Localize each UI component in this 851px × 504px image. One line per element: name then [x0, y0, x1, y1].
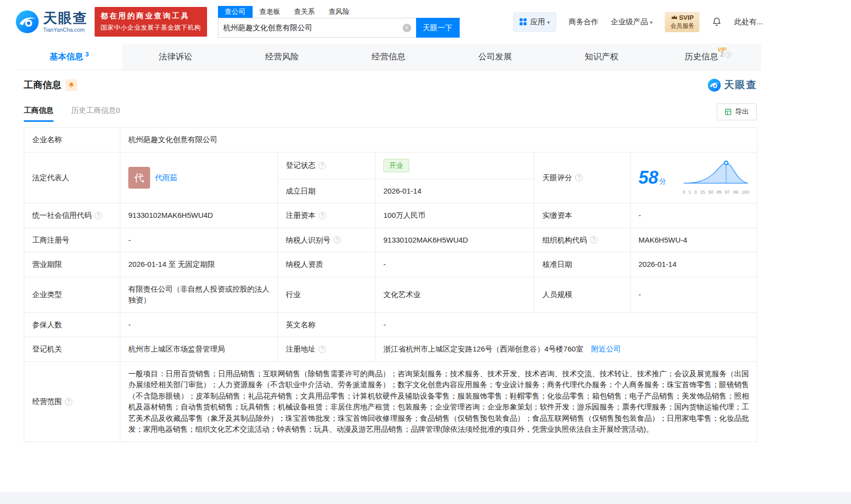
- tab-label: 法律诉讼: [159, 51, 193, 62]
- business-info-table: 企业名称 杭州葩趣文化创意有限公司 法定代表人 代 代雨茹 登记状态 开业 天眼…: [24, 127, 757, 442]
- tab-operating-risk[interactable]: 经营风险: [229, 44, 335, 70]
- user-account-label[interactable]: 此处有...: [734, 17, 763, 27]
- legal-rep-avatar[interactable]: 代: [128, 167, 150, 189]
- help-icon[interactable]: [319, 212, 326, 219]
- tab-label: 经营信息: [372, 51, 406, 62]
- help-icon[interactable]: [95, 212, 102, 219]
- company-page-tabs: 基本信息 3 法律诉讼 经营风险 经营信息 公司发展 知识产权 VIP 历史信息…: [16, 44, 761, 70]
- watermark-logo: 天眼查: [708, 78, 757, 92]
- help-icon[interactable]: [333, 236, 341, 244]
- watermark-logo-icon: [708, 79, 721, 92]
- taxpayer-no-label: 纳税人识别号: [278, 228, 375, 252]
- chart-tick: 100: [742, 189, 749, 196]
- legal-rep-link[interactable]: 代雨茹: [155, 172, 177, 184]
- staff-size-value: -: [631, 277, 757, 312]
- tab-label: 历史信息: [685, 51, 718, 62]
- help-icon[interactable]: [575, 174, 583, 181]
- tab-label: 经营风险: [266, 51, 299, 62]
- tab-history-info[interactable]: VIP 历史信息 2: [655, 44, 761, 70]
- search-tab-boss[interactable]: 查老板: [253, 6, 287, 18]
- tab-label: 公司发展: [479, 51, 512, 62]
- brand-slogan-banner: 都在用的商业查询工具 国家中小企业发展子基金旗下机构: [95, 7, 207, 37]
- subtab-business-info[interactable]: 工商信息: [24, 106, 53, 122]
- svip-member-button[interactable]: SVIP 会员服务: [665, 12, 699, 32]
- clear-icon[interactable]: [403, 24, 411, 32]
- tab-operating-info[interactable]: 经营信息: [335, 44, 442, 70]
- help-icon[interactable]: [319, 162, 326, 169]
- tianyancha-logo[interactable]: 天眼查 TianYanCha.com: [16, 10, 88, 33]
- search-tab-relation[interactable]: 查关系: [287, 6, 322, 18]
- tab-count: 3: [85, 50, 89, 58]
- search-input[interactable]: [223, 24, 403, 32]
- reg-address-value: 浙江省杭州市上城区定安路126号（西湖创意谷）4号楼760室: [383, 345, 583, 353]
- subtab-history-business-info[interactable]: 历史工商信息0: [71, 106, 120, 122]
- help-icon[interactable]: [65, 398, 72, 405]
- subtabs-row: 工商信息 历史工商信息0 导出: [24, 103, 757, 124]
- company-type-value: 有限责任公司（非自然人投资或控股的法人独资）: [120, 277, 278, 312]
- tab-company-development[interactable]: 公司发展: [442, 44, 548, 70]
- reg-status-value: 开业: [375, 152, 534, 179]
- table-row: 法定代表人 代 代雨茹 登记状态 开业 天眼评分 58 分: [24, 152, 757, 179]
- section-title: 工商信息: [24, 79, 61, 92]
- help-icon[interactable]: [319, 346, 326, 353]
- industry-value: 文化艺术业: [375, 277, 534, 312]
- label-text: 天眼评分: [542, 172, 572, 184]
- crown-icon: [671, 15, 678, 20]
- tab-label: 基本信息: [50, 51, 83, 62]
- business-cooperation-link[interactable]: 商务合作: [569, 17, 598, 27]
- table-row: 营业期限 2026-01-14 至 无固定期限 纳税人资质 - 核准日期 202…: [24, 252, 757, 277]
- search-tab-risk[interactable]: 查风险: [322, 6, 357, 18]
- industry-label: 行业: [278, 277, 375, 312]
- chart-tick: 0: [683, 189, 685, 196]
- reg-capital-label: 注册资本: [278, 203, 375, 228]
- english-name-value: -: [375, 312, 757, 337]
- chart-tick: 99: [733, 189, 738, 196]
- enterprise-products-link[interactable]: 企业级产品: [611, 17, 653, 27]
- tianyancha-logo-icon: [16, 10, 39, 33]
- table-row: 工商注册号 - 纳税人识别号 91330102MAK6H5WU4D 组织机构代码…: [24, 228, 757, 252]
- label-text: 注册地址: [286, 344, 316, 355]
- reg-status-label: 登记状态: [278, 152, 375, 179]
- section-header: 工商信息 天眼查: [24, 78, 757, 92]
- taxpayer-quality-label: 纳税人资质: [278, 252, 375, 277]
- status-badge: 开业: [383, 159, 409, 172]
- table-row: 经营范围 一般项目：日用百货销售；日用品销售；互联网销售（除销售需要许可的商品）…: [24, 361, 757, 442]
- subscribe-bell-icon[interactable]: [65, 79, 77, 91]
- chart-tick-labels: 0 1 3 15 50 85 97 99 100: [683, 189, 749, 196]
- search-button[interactable]: 天眼一下: [416, 18, 460, 38]
- search-tab-company[interactable]: 查公司: [218, 6, 253, 18]
- tab-intellectual-property[interactable]: 知识产权: [548, 44, 655, 70]
- taxpayer-no-value: 91330102MAK6H5WU4D: [375, 228, 534, 252]
- notification-bell-icon[interactable]: [712, 17, 722, 27]
- score-value: 58: [638, 169, 658, 187]
- brand-domain: TianYanCha.com: [43, 27, 88, 33]
- insured-count-value: -: [120, 312, 278, 337]
- org-code-value: MAK6H5WU-4: [631, 228, 757, 252]
- reg-address-cell: 浙江省杭州市上城区定安路126号（西湖创意谷）4号楼760室 附近公司: [375, 337, 757, 362]
- english-name-label: 英文名称: [278, 312, 375, 337]
- table-row: 企业类型 有限责任公司（非自然人投资或控股的法人独资） 行业 文化艺术业 人员规…: [24, 277, 757, 312]
- export-label: 导出: [735, 107, 749, 116]
- nearby-companies-link[interactable]: 附近公司: [591, 345, 621, 353]
- help-icon[interactable]: [590, 236, 597, 244]
- reg-authority-value: 杭州市上城区市场监督管理局: [120, 337, 278, 362]
- search-input-wrap: [218, 18, 416, 38]
- export-excel-icon: [725, 108, 732, 115]
- tab-basic-info[interactable]: 基本信息 3: [16, 44, 122, 70]
- tab-legal-proceedings[interactable]: 法律诉讼: [122, 44, 229, 70]
- search-area: 查公司 查老板 查关系 查风险 天眼一下: [218, 6, 460, 38]
- brand-name: 天眼查: [43, 11, 88, 25]
- score-marker: [725, 161, 728, 165]
- establish-date-label: 成立日期: [278, 179, 375, 203]
- apps-menu-button[interactable]: 应用: [513, 12, 556, 32]
- label-text: 经营范围: [32, 396, 62, 407]
- table-row: 参保人数 - 英文名称 -: [24, 312, 757, 337]
- label-text: 登记状态: [286, 160, 316, 171]
- establish-date-value: 2026-01-14: [375, 179, 534, 203]
- score-cell: 58 分 0 1 3 15: [631, 152, 757, 203]
- table-row: 登记机关 杭州市上城区市场监督管理局 注册地址 浙江省杭州市上城区定安路126号…: [24, 337, 757, 362]
- help-icon[interactable]: [725, 51, 732, 58]
- label-text: 统一社会信用代码: [32, 210, 92, 221]
- export-button[interactable]: 导出: [717, 103, 757, 120]
- credit-code-label: 统一社会信用代码: [24, 203, 120, 228]
